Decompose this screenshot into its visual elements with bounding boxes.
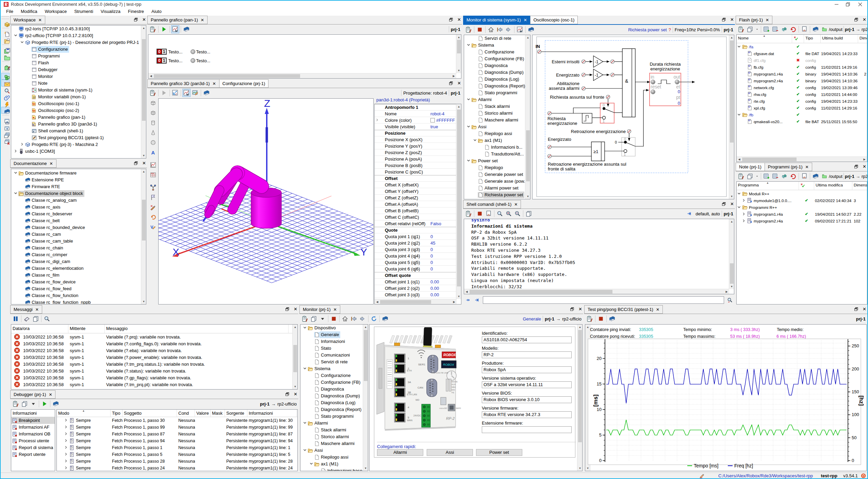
property-value[interactable]: 0 <box>430 260 433 265</box>
tree-item-classe-rc-cam-table[interactable]: Classe rc_cam_table <box>11 238 146 245</box>
scroll-thumb[interactable] <box>457 110 461 286</box>
tree-item-pannello-grafico-pan-1-[interactable]: Pannello grafico (pan-1) <box>11 114 146 121</box>
tab-messaggi[interactable]: Messaggi✕ <box>10 305 42 314</box>
debug-category-report-utente[interactable]: Report utente <box>11 451 55 458</box>
close-icon[interactable]: ✕ <box>49 391 52 399</box>
close-panel-icon[interactable]: ✕ <box>457 81 461 86</box>
tree-item-allarmi[interactable]: Allarmi <box>464 96 530 103</box>
property-row[interactable]: Posizione Y (posY) <box>375 143 461 149</box>
drop-icon[interactable] <box>755 25 759 33</box>
close-panel-icon[interactable]: ✕ <box>142 161 146 166</box>
tree-item-flash[interactable]: Flash <box>11 60 146 66</box>
digital-counter[interactable]: 01 <box>157 49 167 55</box>
close-panel-icon[interactable]: ✕ <box>863 307 866 312</box>
file-row[interactable]: xpl.cfg✔config11/02/2021 14:29:16 <box>737 104 867 111</box>
property-value[interactable]: 0 <box>430 247 433 252</box>
property-row[interactable]: Offset A (offsetA) <box>375 201 461 208</box>
scroll-thumb[interactable] <box>730 263 734 284</box>
scrollbar[interactable]: ▲▼ <box>141 26 146 158</box>
program-row[interactable]: mymodule1@1.0.0....✔02/02/2022 14:40:343 <box>737 197 867 204</box>
property-row[interactable]: Posizione A (posA) <box>375 156 461 162</box>
debug-category-processi-utente[interactable]: Processi utente <box>11 437 55 444</box>
tree-item-generale-asse-pow-[interactable]: Generale asse (pow... <box>464 178 530 185</box>
scroll-thumb[interactable] <box>364 330 367 381</box>
tree-item-pannello-grafico-3d-pan3d-1-[interactable]: Pannello grafico 3D (pan3d-1) <box>11 121 146 128</box>
move3d-icon[interactable] <box>171 89 179 97</box>
scroll-thumb[interactable] <box>154 74 300 78</box>
column-header[interactable]: Programma▲ <box>737 182 799 190</box>
tree-item-classe-rc-flow-device[interactable]: Classe rc_flow_device <box>11 279 146 285</box>
tree-item-dispositivo[interactable]: Dispositivo <box>300 325 368 331</box>
book-icon[interactable] <box>202 89 211 97</box>
scroll-thumb[interactable] <box>742 158 797 161</box>
scrollbar[interactable]: ▲▼ <box>141 169 146 304</box>
breakpoint-row[interactable]: SempreFetchProcesso 1, passo 24NessunaPe… <box>57 465 297 471</box>
chevron-down-icon[interactable] <box>302 421 308 425</box>
tree-item-classe-rc-digi-cam[interactable]: Classe rc_digi_cam <box>11 258 146 265</box>
tree-item-usbc-1-com3-[interactable]: usbc-1 [COM3] <box>11 148 146 155</box>
message-row[interactable]: 10/03/2022 10:36:58sysm-1Variabile (?.tm… <box>11 381 297 388</box>
tool-pencilx-button[interactable] <box>149 203 158 212</box>
scroll-arrow[interactable]: ▲ <box>729 219 734 224</box>
gridrem-icon[interactable] <box>771 25 780 33</box>
file-row[interactable]: cfgsave.dat✔file DAT19/04/2021 14:23:33 <box>737 50 867 57</box>
widget-text[interactable]: Testo... <box>168 49 182 54</box>
tab-oscilloscopio-osc-1-[interactable]: Oscilloscopio (osc-1) <box>530 16 578 24</box>
book-icon[interactable] <box>527 26 535 34</box>
scroll-arrow[interactable]: ▲ <box>729 35 734 40</box>
property-row[interactable]: Posizione X (posX) <box>375 136 461 143</box>
tree-item-diagnostica[interactable]: Diagnostica <box>464 62 530 69</box>
menu-modifica[interactable]: Modifica <box>17 8 41 15</box>
chevron-down-icon[interactable] <box>465 159 471 163</box>
field-value-identificativo-[interactable]: AS1018.002-A062754 <box>482 336 572 343</box>
tree-item-riepilogo-assi[interactable]: Riepilogo assi <box>300 454 368 461</box>
mag-icon[interactable] <box>496 210 504 218</box>
close-icon[interactable]: ✕ <box>656 305 659 314</box>
file-row[interactable]: df1.cfg✖config <box>737 57 867 64</box>
scroll-thumb[interactable] <box>578 330 582 442</box>
column-header[interactable]: Dime <box>858 35 867 43</box>
property-row[interactable]: Colore (color)#FFFFFF <box>375 117 461 123</box>
column-header[interactable]: Ultima modifica <box>814 182 852 190</box>
tree-item-diagnostica[interactable]: Diagnostica <box>300 386 368 393</box>
property-row[interactable]: Visibile (visible)true <box>375 123 461 130</box>
scrollbar[interactable]: ◀▶ <box>737 156 867 162</box>
widget-text[interactable]: Testo... <box>168 58 182 63</box>
file-row[interactable]: myprogram2.r4a✔binary19/04/2021 14:10:36 <box>737 77 867 84</box>
cascade-button[interactable] <box>1 130 10 137</box>
tree-item-diagnostica-log-[interactable]: Diagnostica (Log) <box>464 76 530 83</box>
tree-item-monitor-variabili-mon-1-[interactable]: Monitor variabili (mon-1) <box>11 94 146 100</box>
scrollbar[interactable]: ◀▶ <box>464 289 729 294</box>
lamp-indicator[interactable] <box>191 49 195 54</box>
tree-item-sistema[interactable]: Sistema <box>464 42 530 49</box>
tree-item-generale-power-set[interactable]: Generale power set <box>464 171 530 178</box>
pan3d-viewport[interactable]: XYZ <box>158 98 374 304</box>
close-panel-icon[interactable]: ✕ <box>142 17 146 22</box>
property-value[interactable]: 0.00 <box>430 279 439 284</box>
clipboard-icon[interactable] <box>586 315 594 323</box>
property-value[interactable]: true <box>430 124 438 129</box>
tree-item-classe-rc-flow-function[interactable]: Classe rc_flow_function <box>11 292 146 299</box>
field-value-produttore-[interactable]: Robox SpA <box>482 366 572 373</box>
tree-item-classe-rc-bdeserver[interactable]: Classe rc_bdeserver <box>11 211 146 217</box>
property-row[interactable]: Posizione C (posC) <box>375 169 461 175</box>
property-group[interactable]: Antropomorfo 1 <box>375 104 461 111</box>
tree-item-configurazione[interactable]: Configurazione <box>464 49 530 55</box>
book-icon[interactable] <box>812 25 820 33</box>
navleft-icon[interactable] <box>350 315 358 323</box>
float-panel-icon[interactable] <box>449 17 453 22</box>
float-panel-icon[interactable] <box>854 17 858 22</box>
scroll-thumb[interactable] <box>380 300 431 304</box>
property-row[interactable]: Offset joint 2 (oj2)0.00 <box>375 285 461 292</box>
property-group[interactable]: Offset quote <box>375 272 461 279</box>
scroll-arrow[interactable]: ▲ <box>141 26 146 31</box>
win-up-button[interactable] <box>1 123 10 130</box>
scrollbar[interactable]: ▲▼ <box>292 325 297 389</box>
scroll-thumb[interactable] <box>142 39 146 121</box>
chevron-down-icon[interactable] <box>302 367 308 371</box>
property-row[interactable]: Offset joint 1 (oj1)0.00 <box>375 279 461 285</box>
shell-output[interactable]: sysinfoInformazioni di sistemaRP-2 da Ro… <box>464 219 734 294</box>
scroll-thumb[interactable] <box>457 40 461 53</box>
float-panel-icon[interactable] <box>285 392 290 396</box>
tree-item-stato-programmi[interactable]: Stato programmi <box>464 89 530 96</box>
